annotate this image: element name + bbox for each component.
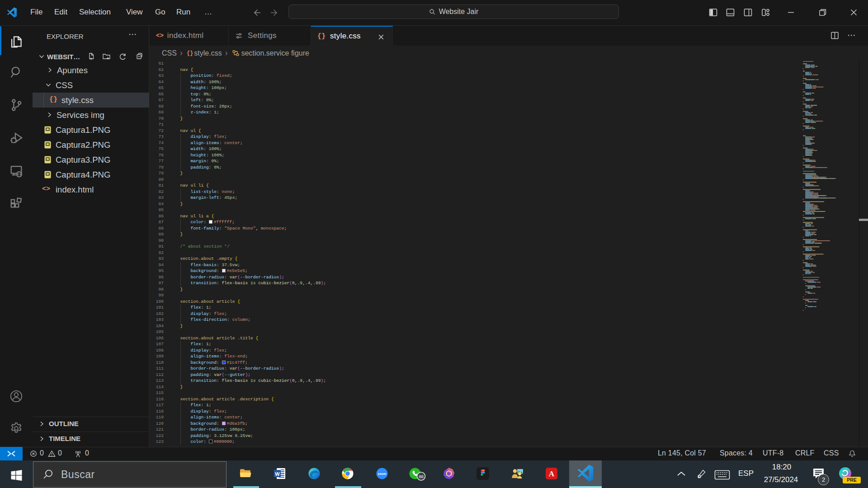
svg-text:A: A: [549, 469, 555, 478]
svg-text:W: W: [275, 471, 280, 477]
svg-text:zoom: zoom: [378, 472, 387, 476]
svg-text:88: 88: [419, 474, 424, 479]
